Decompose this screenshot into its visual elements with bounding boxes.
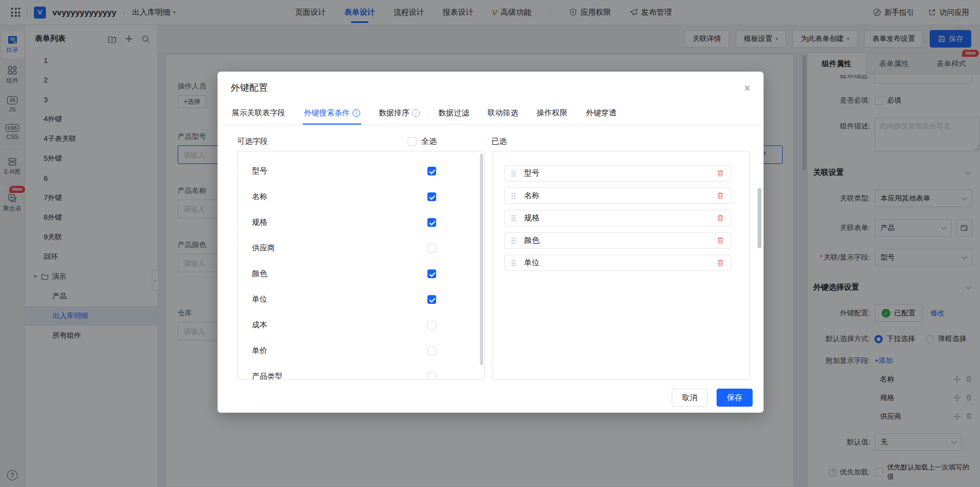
selected-fields-title: 已选 [491,137,750,146]
selected-field-card[interactable]: 单位 [504,255,731,271]
field-checkbox[interactable] [427,192,436,201]
modal-body: 可选字段 全选 已选 型号 名称 规格 供应商 颜色 单位 成本 单价 产品类型 [218,125,764,380]
available-field-row[interactable]: 颜色 [238,261,484,286]
modal-title: 外键配置 [231,81,268,94]
field-label: 规格 [252,218,267,227]
mtab-label: 联动筛选 [488,108,518,118]
available-field-row[interactable]: 单位 [238,286,484,312]
selected-field-label: 颜色 [524,236,539,245]
field-checkbox[interactable] [427,372,436,380]
mtab-operation-permission[interactable]: 操作权限 [536,104,568,124]
field-label: 名称 [252,192,267,202]
field-checkbox[interactable] [427,218,436,227]
drag-handle-icon[interactable] [510,214,517,222]
selected-field-label: 单位 [524,258,539,268]
mtab-data-sort[interactable]: 数据排序i [378,104,421,124]
modal-tabs: 展示关联表字段 外键搜索条件i 数据排序i 数据过滤 联动筛选 操作权限 外键穿… [218,102,764,125]
drag-handle-icon[interactable] [510,259,517,267]
mtab-label: 外键穿透 [586,108,617,118]
available-field-row[interactable]: 产品类型 [238,363,484,380]
info-icon: i [412,109,420,117]
mtab-fk-search-conditions[interactable]: 外键搜索条件i [303,104,361,124]
field-label: 单价 [252,346,267,356]
selected-field-card[interactable]: 规格 [504,210,731,226]
drag-handle-icon[interactable] [510,237,517,245]
available-field-row[interactable]: 规格 [238,209,484,235]
modal-save-button[interactable]: 保存 [717,389,753,407]
mtab-label: 数据过滤 [438,108,469,118]
field-checkbox[interactable] [427,269,436,278]
modal-columns: 型号 名称 规格 供应商 颜色 单位 成本 单价 产品类型 型号 [237,151,750,380]
trash-icon[interactable] [717,214,724,222]
field-label: 单位 [252,295,267,304]
mtab-linked-filter[interactable]: 联动筛选 [486,104,519,124]
mtab-label: 数据排序 [379,108,409,118]
field-checkbox[interactable] [427,321,436,330]
available-fields-title: 可选字段 [237,137,268,146]
close-icon[interactable]: × [744,83,750,93]
available-field-row[interactable]: 名称 [238,184,484,209]
app-root: V vvyyyyyyyyyyyy › 出入库明细 ▾ 页面设计 表单设计 流程设… [0,0,980,487]
trash-icon[interactable] [717,169,724,177]
field-checkbox[interactable] [427,244,436,253]
modal-body-scrollbar[interactable] [758,188,761,248]
trash-icon[interactable] [717,237,724,244]
mtab-label: 外键搜索条件 [304,108,350,118]
available-field-row[interactable]: 型号 [238,158,484,184]
available-field-row[interactable]: 单价 [238,338,484,363]
mtab-fk-drillthrough[interactable]: 外键穿透 [585,104,618,124]
field-checkbox[interactable] [427,167,436,175]
modal-columns-header: 可选字段 全选 已选 [237,132,750,151]
selected-field-card[interactable]: 型号 [504,165,731,181]
available-fields-list: 型号 名称 规格 供应商 颜色 单位 成本 单价 产品类型 [237,151,485,380]
available-list-scrollbar[interactable] [480,154,483,365]
field-label: 颜色 [252,269,267,279]
mtab-display-fields[interactable]: 展示关联表字段 [231,104,286,124]
selected-field-label: 型号 [524,168,539,178]
mtab-label: 操作权限 [537,108,567,118]
modal-footer: 取消 保存 [218,380,764,413]
fk-config-modal: 外键配置 × 展示关联表字段 外键搜索条件i 数据排序i 数据过滤 联动筛选 操… [218,72,764,413]
field-checkbox[interactable] [427,295,436,304]
selected-field-card[interactable]: 名称 [504,187,731,204]
modal-header: 外键配置 × [218,72,764,102]
select-all: 全选 [408,137,437,146]
drag-handle-icon[interactable] [510,169,517,178]
selected-field-label: 规格 [524,213,539,223]
field-label: 供应商 [252,243,275,253]
selected-field-label: 名称 [524,191,539,201]
drag-handle-icon[interactable] [510,192,517,200]
mtab-label: 展示关联表字段 [232,108,285,118]
trash-icon[interactable] [717,192,724,200]
available-field-row[interactable]: 供应商 [238,235,484,261]
select-all-checkbox[interactable] [408,137,416,146]
info-icon: i [353,109,360,117]
field-checkbox[interactable] [427,347,436,355]
trash-icon[interactable] [717,259,724,267]
select-all-label: 全选 [421,137,437,146]
field-label: 产品类型 [252,372,283,380]
field-label: 成本 [252,320,267,330]
field-label: 型号 [252,166,267,176]
mtab-data-filter[interactable]: 数据过滤 [437,104,470,124]
cancel-button[interactable]: 取消 [672,389,708,407]
available-field-row[interactable]: 成本 [238,312,484,338]
selected-fields-list: 型号 名称 规格 颜色 [492,151,750,380]
selected-field-card[interactable]: 颜色 [504,232,731,249]
